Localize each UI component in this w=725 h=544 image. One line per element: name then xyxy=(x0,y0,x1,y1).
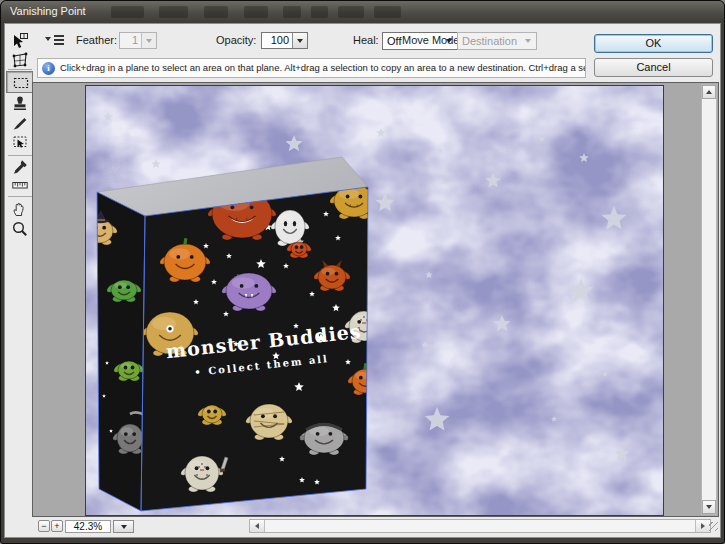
flyout-lines-icon xyxy=(54,35,64,37)
horizontal-scrollbar[interactable] xyxy=(249,519,711,533)
eyedropper-tool-icon xyxy=(11,158,29,176)
menu-ghost xyxy=(311,6,328,18)
tool-brush[interactable] xyxy=(9,114,31,132)
menu-ghost xyxy=(204,6,228,18)
tool-create-plane[interactable] xyxy=(9,51,31,69)
palette-separator xyxy=(8,196,32,197)
vertical-scrollbar[interactable] xyxy=(701,84,717,515)
tool-options-flyout-button[interactable] xyxy=(45,33,65,48)
zoom-dropdown-button[interactable] xyxy=(113,520,134,533)
canvas-area[interactable]: monster Buddies• Collect them all xyxy=(32,82,719,517)
menu-ghost xyxy=(244,6,268,18)
window-title: Vanishing Point xyxy=(10,1,86,22)
info-icon: i xyxy=(42,62,55,75)
hand-tool-icon xyxy=(11,200,29,218)
menu-ghost xyxy=(283,6,301,18)
measure-tool-icon xyxy=(11,176,29,194)
arrow-left-icon xyxy=(255,523,259,529)
move-mode-value: Destination xyxy=(462,35,520,47)
feather-label: Feather: xyxy=(76,32,117,49)
scroll-left-button[interactable] xyxy=(250,520,265,532)
opacity-value[interactable]: 100 xyxy=(262,33,292,48)
vanishing-point-window: Vanishing Point Feather: 1 Opacity: 100 … xyxy=(0,0,725,544)
opacity-combo[interactable]: 100 xyxy=(261,32,308,49)
move-mode-select: Destination xyxy=(457,32,537,50)
arrow-right-icon xyxy=(701,523,705,529)
tool-marquee[interactable] xyxy=(6,71,33,93)
tool-measure[interactable] xyxy=(9,176,31,194)
opacity-dropdown-button[interactable] xyxy=(292,33,307,48)
flyout-triangle-icon xyxy=(45,37,51,41)
status-bar: − + 42.3% xyxy=(32,518,719,535)
menu-ghost xyxy=(111,6,144,18)
scroll-up-button[interactable] xyxy=(702,85,716,99)
info-text: Click+drag in a plane to select an area … xyxy=(60,59,586,77)
heal-label: Heal: xyxy=(353,32,379,49)
dialog-body: Feather: 1 Opacity: 100 Heal: Off Move M… xyxy=(4,23,721,538)
resize-grip-icon[interactable] xyxy=(709,522,718,531)
feather-value: 1 xyxy=(120,33,141,48)
tool-edit-plane[interactable] xyxy=(9,32,31,50)
chevron-down-icon xyxy=(525,39,531,43)
opacity-label: Opacity: xyxy=(216,32,256,49)
scroll-down-button[interactable] xyxy=(702,500,716,514)
document-image[interactable]: monster Buddies• Collect them all xyxy=(85,85,664,516)
zoom-tool-icon xyxy=(11,220,29,238)
tool-stamp[interactable] xyxy=(9,95,31,113)
feather-dropdown-button xyxy=(141,33,156,48)
menu-ghost xyxy=(374,6,401,18)
chevron-down-icon xyxy=(297,39,303,43)
menu-ghost xyxy=(338,6,364,18)
info-bar: i Click+drag in a plane to select an are… xyxy=(37,58,586,78)
ok-button[interactable]: OK xyxy=(594,34,713,53)
move-mode-label: Move Mode: xyxy=(402,32,463,49)
title-bar[interactable]: Vanishing Point xyxy=(1,1,724,23)
feather-combo: 1 xyxy=(119,32,157,49)
zoom-in-button[interactable]: + xyxy=(51,520,63,532)
brush-tool-icon xyxy=(11,114,29,132)
palette-separator xyxy=(8,69,32,70)
arrow-down-icon xyxy=(706,505,712,509)
create-plane-tool-icon xyxy=(11,51,29,69)
tool-hand[interactable] xyxy=(9,200,31,218)
stamp-tool-icon xyxy=(11,95,29,113)
tool-transform[interactable] xyxy=(9,134,31,152)
arrow-up-icon xyxy=(706,90,712,94)
chevron-down-icon xyxy=(121,525,127,529)
tool-zoom[interactable] xyxy=(9,220,31,238)
menu-ghost xyxy=(159,6,188,18)
transform-tool-icon xyxy=(11,134,29,152)
vanishing-point-artwork: monster Buddies• Collect them all xyxy=(86,86,663,515)
palette-separator xyxy=(8,155,32,156)
chevron-down-icon xyxy=(146,39,152,43)
scroll-right-button[interactable] xyxy=(695,520,710,532)
tool-eyedropper[interactable] xyxy=(9,158,31,176)
zoom-level-field[interactable]: 42.3% xyxy=(65,520,111,533)
edit-plane-tool-icon xyxy=(11,32,29,50)
cancel-button[interactable]: Cancel xyxy=(594,58,713,77)
marquee-tool-icon xyxy=(12,74,30,92)
zoom-out-button[interactable]: − xyxy=(38,520,50,532)
